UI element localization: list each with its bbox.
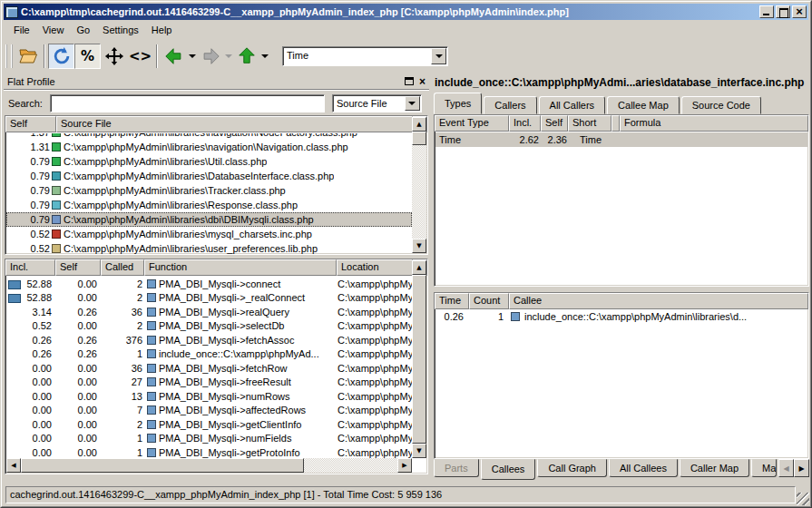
file-row[interactable]: 0.79C:\xampp\phpMyAdmin\libraries\Util.c… <box>6 154 412 169</box>
event-type-combobox[interactable]: Time <box>282 46 448 66</box>
tab-all-callers[interactable]: All Callers <box>539 96 606 114</box>
function-row[interactable]: 0.000.0013PMA_DBI_Mysqli->numRowsC:\xamp… <box>6 389 412 404</box>
back-button[interactable] <box>161 44 187 69</box>
reload-button[interactable] <box>48 44 74 69</box>
menu-view[interactable]: View <box>36 23 71 37</box>
up-button[interactable] <box>233 44 259 69</box>
forward-button[interactable] <box>197 44 223 69</box>
function-cell: PMA_DBI_Mysqli->selectDb <box>145 320 338 331</box>
function-row[interactable]: 0.000.0036PMA_DBI_Mysqli->fetchRowC:\xam… <box>6 361 412 376</box>
function-row[interactable]: 0.260.26376PMA_DBI_Mysqli->fetchAssocC:\… <box>6 333 412 347</box>
cost-bar-icon <box>8 280 21 289</box>
shorten-templates-button[interactable]: <> <box>127 44 153 69</box>
group-by-combobox[interactable]: Source File <box>332 94 422 112</box>
event-type-row[interactable]: Time 2.62 2.36 Time <box>435 132 807 147</box>
column-header-self[interactable]: Self <box>541 115 568 132</box>
file-row[interactable]: 0.79C:\xampp\phpMyAdmin\libraries\Respon… <box>6 198 412 212</box>
function-row[interactable]: 3.140.2636PMA_DBI_Mysqli->realQueryC:\xa… <box>6 305 412 319</box>
menu-help[interactable]: Help <box>145 23 179 37</box>
open-file-button[interactable] <box>15 44 41 69</box>
function-row[interactable]: 0.260.261include_once::C:\xampp\phpMyAd.… <box>6 347 412 362</box>
function-row[interactable]: 0.520.002PMA_DBI_Mysqli->selectDbC:\xamp… <box>6 319 412 334</box>
scrollbar-thumb[interactable] <box>21 458 304 473</box>
tab-all-callees[interactable]: All Callees <box>609 459 678 477</box>
file-list-vertical-scrollbar[interactable]: ▲ ▼ <box>412 117 426 253</box>
tab-caller-map[interactable]: Caller Map <box>680 459 749 477</box>
combobox-dropdown-button[interactable] <box>405 96 420 111</box>
file-row[interactable]: 1.31C:\xampp\phpMyAdmin\libraries\naviga… <box>6 140 412 154</box>
function-row[interactable]: 52.880.002PMA_DBI_Mysqli->connectC:\xamp… <box>6 277 412 291</box>
function-table-vertical-scrollbar[interactable]: ▲ ▼ <box>412 260 426 458</box>
column-header-location[interactable]: Location <box>337 259 413 276</box>
tab-source-code[interactable]: Source Code <box>681 96 761 114</box>
column-header-count[interactable]: Count <box>469 293 509 309</box>
file-row[interactable]: 0.79C:\xampp\phpMyAdmin\libraries\Tracke… <box>6 183 412 198</box>
dock-close-icon[interactable]: × <box>419 77 426 86</box>
file-row[interactable]: 0.52C:\xampp\phpMyAdmin\libraries\mysql_… <box>6 227 412 241</box>
titlebar[interactable]: C:\xampp\tmp\cachegrind.out.1416463299-C… <box>4 4 808 20</box>
incl-cell: 0.52 <box>6 320 56 331</box>
up-dropdown-arrow[interactable] <box>259 44 269 69</box>
function-row[interactable]: 0.000.001PMA_DBI_Mysqli->numFieldsC:\xam… <box>6 432 412 446</box>
column-header-self[interactable]: Self <box>55 259 101 276</box>
column-header-formula[interactable]: Formula <box>620 115 808 132</box>
scroll-up-icon[interactable]: ▲ <box>412 117 426 132</box>
file-row[interactable]: 0.52C:\xampp\phpMyAdmin\libraries\user_p… <box>6 241 412 254</box>
file-row[interactable]: 1.37C:\xampp\phpMyAdmin\libraries\naviga… <box>6 133 412 140</box>
function-row[interactable]: 0.000.002PMA_DBI_Mysqli->getClientInfoC:… <box>6 417 412 432</box>
menu-file[interactable]: File <box>7 23 36 37</box>
tab-callee-map[interactable]: Callee Map <box>607 96 680 114</box>
scroll-up-icon[interactable]: ▲ <box>412 260 426 275</box>
tab-callees[interactable]: Callees <box>481 459 536 480</box>
minimize-button[interactable] <box>759 5 774 18</box>
tab-scroll-right-icon[interactable]: ▶ <box>794 459 809 477</box>
self-cell: 0.00 <box>56 292 102 303</box>
expand-areas-button[interactable] <box>101 44 127 69</box>
column-header-incl[interactable]: Incl. <box>5 259 55 276</box>
column-header-incl[interactable]: Incl. <box>509 115 541 132</box>
toolbar-handle[interactable] <box>5 44 13 68</box>
close-button[interactable] <box>792 5 807 18</box>
callee-row[interactable]: 0.26 1 include_once::C:\xampp\phpMyAdmin… <box>435 309 808 324</box>
tab-types[interactable]: Types <box>434 93 482 114</box>
back-dropdown-arrow[interactable] <box>187 44 197 69</box>
maximize-button[interactable] <box>776 5 790 18</box>
combobox-dropdown-button[interactable] <box>431 48 446 64</box>
resize-grip[interactable] <box>797 493 809 505</box>
bottom-tab-bar: PartsCalleesCall GraphAll CalleesCaller … <box>434 459 809 481</box>
search-input[interactable] <box>50 94 325 112</box>
function-table-horizontal-scrollbar[interactable]: ◀ ▶ <box>6 458 412 473</box>
column-header-time[interactable]: Time <box>435 293 469 309</box>
menu-settings[interactable]: Settings <box>96 23 145 37</box>
flat-profile-dock-header[interactable]: Flat Profile × <box>4 73 429 89</box>
function-row[interactable]: 0.000.001PMA_DBI_Mysqli->getProtoInfoC:\… <box>6 445 412 459</box>
incl-cell: 0.00 <box>6 405 56 415</box>
column-header-callee[interactable]: Callee <box>509 293 808 309</box>
dock-float-icon[interactable] <box>405 77 414 85</box>
column-header-called[interactable]: Called <box>101 259 144 276</box>
percent-toggle-button[interactable]: % <box>74 44 101 69</box>
column-header-event-type[interactable]: Event Type <box>435 115 509 132</box>
tab-machine[interactable]: Machine <box>751 459 777 477</box>
scrollbar-trough[interactable] <box>412 132 426 239</box>
scrollbar-thumb[interactable] <box>412 132 426 145</box>
scrollbar-thumb[interactable] <box>412 275 426 444</box>
function-row[interactable]: 52.880.002PMA_DBI_Mysqli->_realConnectC:… <box>6 291 412 306</box>
tab-callers[interactable]: Callers <box>484 96 536 114</box>
column-header-source-file[interactable]: Source File <box>56 116 413 132</box>
scroll-down-icon[interactable]: ▼ <box>412 239 426 253</box>
function-row[interactable]: 0.000.0027PMA_DBI_Mysqli->freeResultC:\x… <box>6 376 412 390</box>
scroll-left-icon[interactable]: ◀ <box>6 458 21 473</box>
file-row[interactable]: 0.79C:\xampp\phpMyAdmin\libraries\dbi\DB… <box>6 212 412 227</box>
scroll-right-icon[interactable]: ▶ <box>397 458 412 473</box>
file-row[interactable]: 0.79C:\xampp\phpMyAdmin\libraries\Databa… <box>6 169 412 183</box>
column-header-function[interactable]: Function <box>144 259 337 276</box>
tab-call-graph[interactable]: Call Graph <box>537 459 607 477</box>
column-header-short[interactable]: Short <box>568 115 611 132</box>
event-types-table: Event Type Incl. Self Short Formula Time… <box>434 114 809 287</box>
source-file-list: Self Source File 1.37C:\xampp\phpMyAdmin… <box>5 115 428 255</box>
function-row[interactable]: 0.000.007PMA_DBI_Mysqli->affectedRowsC:\… <box>6 404 412 418</box>
scroll-down-icon[interactable]: ▼ <box>412 444 426 458</box>
menu-go[interactable]: Go <box>70 23 96 37</box>
column-header-self[interactable]: Self <box>5 116 56 132</box>
